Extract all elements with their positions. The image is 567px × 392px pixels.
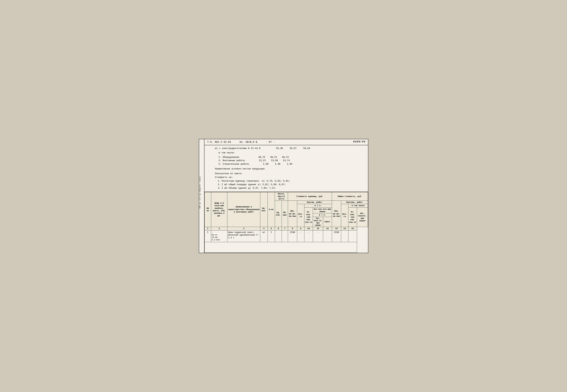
col-header-vsego: Все-го bbox=[297, 204, 304, 227]
col-header-stoimost: Стоимость единицы, руб. bbox=[288, 192, 332, 201]
col-header-obo-ob: Обо-ру-до-ва-ния bbox=[332, 201, 341, 227]
table-row: I Пр-нт I9-06 п.2-024 Кран подвесной эле… bbox=[204, 230, 368, 242]
row1-osnov-ob bbox=[348, 230, 357, 242]
idx-10: I0 bbox=[304, 227, 313, 230]
item3-v1: I,98 bbox=[263, 162, 269, 166]
idx-3: 3 bbox=[227, 227, 260, 230]
al-label: Ал. УШ/Ш.8 Б bbox=[240, 141, 257, 143]
row1-zarpl bbox=[323, 230, 332, 242]
st3-text: I м3 объема здания bbox=[222, 186, 246, 190]
item-line-1: I. Оборудование 40,II 40,II 40,II bbox=[219, 155, 365, 159]
item1-v2: 40,II bbox=[270, 155, 277, 159]
main-table: №№ пп Шифр и № пози-ции прейску-ранта, У… bbox=[204, 192, 368, 253]
col-header-eksp-mashin-ob: Экс-плуата-ция машин bbox=[357, 207, 368, 227]
item1-v1: 40,II bbox=[258, 155, 265, 159]
stoimost-label: Стоимость на: bbox=[215, 176, 365, 179]
row1-kvo: I bbox=[268, 230, 275, 242]
item2-v1: I3,2I bbox=[259, 159, 266, 162]
page-container: 8459/44 7ЯМ зм. 4/3 тур 500дт78. (43рл) … bbox=[199, 139, 368, 253]
empty-row bbox=[204, 242, 368, 252]
col-header-kvo: К-во bbox=[268, 192, 275, 227]
idx-7: 7 bbox=[282, 227, 288, 230]
col-header-ed: Ед. изм. bbox=[260, 192, 268, 227]
row1-obo-ob: 2I00 bbox=[332, 230, 341, 242]
col-header-vtch2: в т.ч. bbox=[313, 213, 332, 217]
tp-label: Т.П. 901-I-32.83 bbox=[207, 141, 231, 143]
val1: 55,30 bbox=[276, 147, 283, 150]
item3-v2: I,98 bbox=[275, 162, 280, 166]
col-header-vtch-ob: в том числе bbox=[348, 204, 368, 207]
st3-vals: 6,97, 7,05; 7,I3. bbox=[253, 186, 276, 190]
col-header-shifr: Шифр и № пози-ции прейску-ранта, УСН, це… bbox=[211, 192, 227, 227]
idx-8: 8 bbox=[288, 227, 297, 230]
item3-v3: I,99 bbox=[287, 162, 292, 166]
item1-num: I. bbox=[219, 155, 221, 159]
col-header-vtch: в т.ч. bbox=[304, 204, 332, 207]
col-header-zarpl: зарпл. bbox=[323, 217, 332, 227]
col-header-osn-zp-ob: Ос-нов-ная зар-пла-та bbox=[348, 207, 357, 227]
item-line-2: 2. Монтажные работы I3,2I I3,98 I4,74 bbox=[219, 159, 365, 162]
st2-text: I м2 общей площади здания bbox=[222, 183, 256, 186]
col-header-eksp-m: Экс-плуа-та-ция машин bbox=[313, 217, 323, 227]
header-row: Т.П. 901-I-32.83 Ал. УШ/Ш.8 Б - 67 - bbox=[204, 139, 368, 145]
st2-num: 2. bbox=[218, 183, 221, 186]
item1-name: Оборудование bbox=[223, 155, 239, 159]
empty-cell bbox=[204, 242, 357, 252]
item2-v2: I3,98 bbox=[271, 159, 278, 162]
st1-letter: и) bbox=[262, 179, 265, 183]
idx-5: 5 bbox=[268, 227, 275, 230]
idx-1: I bbox=[204, 227, 211, 230]
pokazateli: Показатели по смете: Стоимость на: I. Ра… bbox=[215, 172, 365, 190]
col-header-num: №№ пп bbox=[204, 192, 211, 227]
stoimost-line-2: 2. I м2 общей площади здания к) 5,92; 5,… bbox=[218, 183, 365, 186]
row1-eksp: - bbox=[313, 230, 323, 242]
stoimost-items: I. Расчетную единицу (произвол. и) 5,75;… bbox=[218, 179, 365, 190]
row1-shifr: Пр-нт I9-06 п.2-024 bbox=[211, 230, 227, 242]
main-content: Т.П. 901-I-32.83 Ал. УШ/Ш.8 Б - 67 - м) … bbox=[204, 139, 368, 252]
val2: 56,07 bbox=[290, 147, 297, 150]
idx-6: 6 bbox=[275, 227, 282, 230]
st3-num: 3. bbox=[218, 186, 221, 190]
col-header-obo-ed: Обо-ру-до-ва-ния bbox=[288, 201, 297, 227]
row1-num: I bbox=[204, 230, 211, 242]
index-row: I 2 3 4 5 6 7 8 9 I0 II I2 I3 I4 I5 bbox=[204, 227, 368, 230]
col-header-vsego-ob: Все-го bbox=[341, 204, 348, 227]
row1-massa-ed bbox=[275, 230, 282, 242]
item2-num: 2. bbox=[219, 159, 221, 162]
item1-v3: 40,II bbox=[282, 155, 289, 159]
stoimost-line-1: I. Расчетную единицу (произвол. и) 5,75;… bbox=[218, 179, 365, 183]
sub-label: в том числе: bbox=[219, 151, 365, 155]
st1-num: I. bbox=[218, 179, 221, 183]
stoimost-line-3: 3. I м3 объема здания д) 6,97, 7,05; 7,I… bbox=[218, 186, 365, 190]
st1-vals: 5,75; 5,83; 5,9I; bbox=[267, 179, 290, 183]
col-header-massa-ed: Ед. изм. bbox=[275, 201, 282, 227]
norm-text: Нормативная условно-чистая продукция bbox=[215, 167, 365, 171]
idx-15: I5 bbox=[348, 227, 357, 230]
row1-obo-ed: 2I00 bbox=[288, 230, 297, 242]
item2-name: Монтажные работы bbox=[223, 159, 245, 162]
side-text: 7ЯМ зм. 4/3 тур 500дт78. (43рл) bbox=[199, 139, 204, 252]
idx-4: 4 bbox=[260, 227, 268, 230]
col-header-massa-ob: Об-щая bbox=[282, 201, 288, 227]
col-header-obshaya: Общая стоимость, руб. bbox=[332, 192, 368, 201]
col-header-eksp: Экс-плу-ата-ция машин bbox=[313, 207, 332, 213]
idx-14: I4 bbox=[341, 227, 348, 230]
item3-name: Строительные работы bbox=[223, 162, 249, 166]
col-header-montazh-ob: Монтажн. работ bbox=[341, 201, 368, 204]
info-section: м) с электродвигателями А I2-42-8 55,30 … bbox=[204, 145, 368, 192]
idx-11: II bbox=[313, 227, 323, 230]
col-header-naim: Наименование и характеристика оборудован… bbox=[227, 192, 260, 227]
m-label: м) bbox=[215, 147, 218, 150]
val3: 56,84 bbox=[303, 147, 310, 150]
idx-13: I3 bbox=[332, 227, 341, 230]
sub-items: I. Оборудование 40,II 40,II 40,II 2. Мон… bbox=[219, 155, 365, 166]
row1-massa-ob bbox=[282, 230, 288, 242]
st3-letter: д) bbox=[248, 186, 251, 190]
row1-ed: шт bbox=[260, 230, 268, 242]
col-header-osn-zp: Ос-нов-ная зар-пла-та bbox=[304, 207, 313, 227]
row1-naim: Кран подвесной элект-рический однобалочн… bbox=[227, 230, 260, 242]
m-description: с электродвигателями А I2-42-8 bbox=[219, 147, 260, 150]
item-line-3: 3. Строительные работы I,98 I,98 I,99 bbox=[219, 162, 365, 166]
page-label: - 67 - bbox=[266, 141, 275, 143]
st2-letter: к) bbox=[258, 183, 261, 186]
